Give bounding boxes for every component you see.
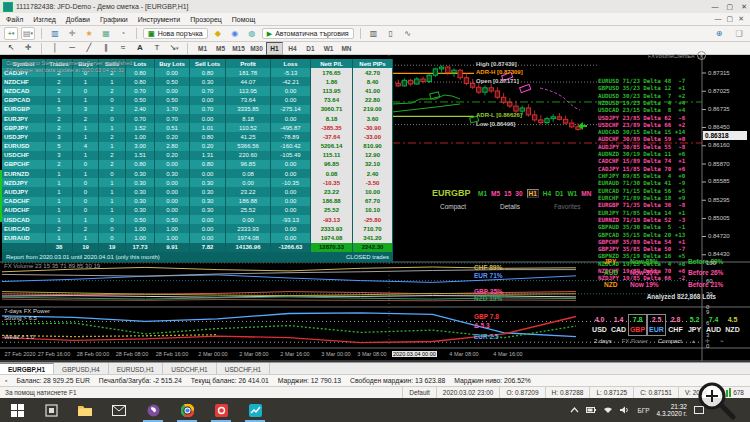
timeframe-button[interactable]: H1 [266,42,283,55]
terminal-icon[interactable]: ▦ [99,27,113,40]
candlestick-chart-icon[interactable]: ▯ [384,27,398,40]
report-row[interactable]: USDCHF31 21.510.20 1.31220.60-105.49 115… [2,151,393,160]
taskbar-clock[interactable]: 21:324.3.2020 г. [657,403,688,418]
timeframe-button[interactable]: W1 [320,42,337,55]
profile-name[interactable]: Default [402,387,436,398]
menu-help[interactable]: Помощ [232,16,255,23]
data-window-icon[interactable]: ✛ [65,27,79,40]
symbol-switch-item[interactable]: USDCAD 23/15 Delta 8 +4 [598,107,685,114]
settings-icon[interactable]: ⌁ [720,337,724,344]
expert-advisors-icon[interactable]: ◉ [228,27,242,40]
timeframe-button[interactable]: D1 [302,42,319,55]
trading-app-icon[interactable] [238,398,272,422]
fx-power-column[interactable]: 7.8 GBP [628,314,647,336]
keyboard-layout[interactable]: БГР [637,407,649,414]
metaeditor-icon[interactable]: ◆ [211,27,225,40]
profiles-button[interactable]: ▤▾ [21,27,35,40]
trendline-icon[interactable]: ╱ [82,42,96,55]
timeframe-button[interactable]: M1 [194,42,211,55]
report-row[interactable]: EURAUD11 01.001.00 0.001974.080.00 1974.… [2,233,393,242]
symbol-switch-item[interactable]: AUDJPY 30/85 Delta 55 -8 [598,144,685,151]
symbol-switch-item[interactable]: AUDCAD 30/15 Delta 15 +14 [598,129,685,136]
file-explorer-icon[interactable] [68,398,102,422]
symbol-switch-item[interactable]: EURCAD 71/15 Delta 56 +5 [598,188,685,195]
symbol-switch-item[interactable]: AUDCHF 30/89 Delta 59 +0 [598,136,685,143]
report-row[interactable]: NZDCAD20 20.700.00 0.70113.950.00 113.95… [2,86,393,95]
label-tool-icon[interactable]: T [150,42,164,55]
chart-timeframe-button[interactable]: 30 [515,190,522,198]
chart-timeframe-button[interactable]: MN [581,190,591,198]
arrows-tool-icon[interactable]: ↘▾ [167,42,181,55]
chart-timeframe-button[interactable]: W1 [567,190,577,198]
symbol-switch-item[interactable]: EURCHF 71/89 Delta 18 +9 [598,195,685,202]
mail-icon[interactable] [102,398,136,422]
report-row[interactable]: EURNZD11 00.300.30 0.000.080.00 0.08 2.4… [2,169,393,178]
strategy-tester-icon[interactable]: ◔ [116,27,130,40]
line-chart-icon[interactable]: ∿ [401,27,415,40]
report-row[interactable]: AUDJPY10 10.300.00 0.3023.220.00 23.22 1… [2,187,393,196]
compact-mode-button[interactable]: Compact [440,203,466,210]
fx-power-column[interactable]: 4.5 NZD [723,314,742,336]
chart-timeframe-button[interactable]: M1 [478,190,487,198]
vertical-line-icon[interactable]: │ [48,42,62,55]
report-row[interactable]: EURGBP53 22.401.70 0.703335.85-275.14 30… [2,105,393,114]
symbol-switch-item[interactable]: NZDUSD 19/23 Delta 4 +4 [598,100,685,107]
zoom-in-icon[interactable]: ⊕ [712,27,726,40]
report-row[interactable]: GBPCAD11 00.500.50 0.0073.640.00 73.64 2… [2,96,393,105]
power-compact-button[interactable]: Compact [658,338,682,344]
auto-trading-button[interactable]: ▶ Автоматична търговия [262,28,354,39]
symbol-switch-item[interactable]: GBPJPY 35/85 Delta 50 -7 [598,246,685,253]
chat-icon[interactable]: ❑ [732,27,746,40]
fx-power-column[interactable]: 4.0 USD [590,314,609,336]
bar-chart-icon[interactable]: ▥ [367,27,381,40]
navigator-icon[interactable]: ★ [82,27,96,40]
symbol-switch-item[interactable]: AUDUSD 30/23 Delta 7 +2 [598,93,685,100]
market-watch-icon[interactable]: ▥ [48,27,62,40]
text-tool-icon[interactable]: A [133,42,147,55]
fx-power-column[interactable]: 1.4 CAD [609,314,628,336]
report-row[interactable]: GBPCHF20 20.800.00 0.8096.850.00 96.85 3… [2,160,393,169]
chrome-icon[interactable] [170,398,204,422]
symbol-switch-item[interactable]: EURNZD 71/19 Delta 52 -3 [598,217,685,224]
timeframe-button[interactable]: M30 [248,42,265,55]
menu-file[interactable]: Файл [6,16,23,23]
close-overlay-icon[interactable]: ✕ [697,51,706,60]
report-row[interactable]: NZDCHF21 10.800.50 0.3044.07-42.21 1.86 … [2,77,393,86]
volume-icon[interactable] [620,406,630,414]
symbol-switch-item[interactable]: EURUSD 71/23 Delta 48 -7 [598,78,685,85]
timeframe-button[interactable]: H4 [284,42,301,55]
details-mode-button[interactable]: Details [500,203,520,210]
chart-timeframe-button[interactable]: M5 [491,190,500,198]
menu-view[interactable]: Изглед [33,16,56,23]
report-row[interactable]: NZDJPY10 10.300.00 0.300.00-10.35 -10.35… [2,178,393,187]
symbol-switch-item[interactable]: GBPAUD 35/30 Delta 5 -1 [598,224,685,231]
symbol-switch-item[interactable]: AUDNZD 30/19 Delta 11 +6 [598,151,685,158]
symbol-switch-item[interactable]: GBPUSD 35/23 Delta 12 +1 [598,85,685,92]
photos-app-icon[interactable] [204,398,238,422]
new-chart-button[interactable]: +▾ [4,27,18,40]
maximize-button[interactable]: ▢ [727,3,734,11]
symbol-switch-item[interactable]: CADCHF 15/89 Delta 74 +1 [598,158,685,165]
fx-power-column[interactable]: 2.5 EUR [647,314,666,336]
report-row[interactable]: AUDCHF10 10.300.00 0.3025.520.00 25.52 1… [2,206,393,215]
timeframe-button[interactable]: MN [338,42,355,55]
menu-insert[interactable]: Добави [66,16,90,23]
menu-tools[interactable]: Инструменти [138,16,181,23]
chevron-up-icon[interactable] [570,407,579,413]
fibonacci-icon[interactable]: ≈ [116,42,130,55]
battery-icon[interactable] [586,406,596,414]
crosshair-icon[interactable]: ✛ [21,42,35,55]
symbol-switch-item[interactable]: GBPCAD 35/15 Delta 20 +13 [598,232,685,239]
child-minimize-button[interactable]: — [715,15,722,23]
symbol-switch-item[interactable]: USDCHF 23/89 Delta 66 +2 [598,122,685,129]
timeframe-button[interactable]: M5 [212,42,229,55]
report-row[interactable]: EURUSD54 13.002.80 0.205366.56-160.42 52… [2,142,393,151]
symbol-switch-item[interactable]: USDJPY 23/85 Delta 62 -6 [598,115,685,122]
horizontal-line-icon[interactable]: ─ [65,42,79,55]
symbol-switch-item[interactable]: CADJPY 15/85 Delta 70 +6 [598,166,685,173]
report-row[interactable]: USDCAD11 00.500.50 0.000.00-93.13 -93.13… [2,215,393,224]
child-restore-button[interactable]: ▢ [727,15,734,23]
chart-timeframe-button[interactable]: H1 [527,189,539,198]
symbol-switch-item[interactable]: GBPCHF 35/89 Delta 54 +1 [598,239,685,246]
fx-power-column[interactable]: 2.8 CHF [666,314,685,336]
